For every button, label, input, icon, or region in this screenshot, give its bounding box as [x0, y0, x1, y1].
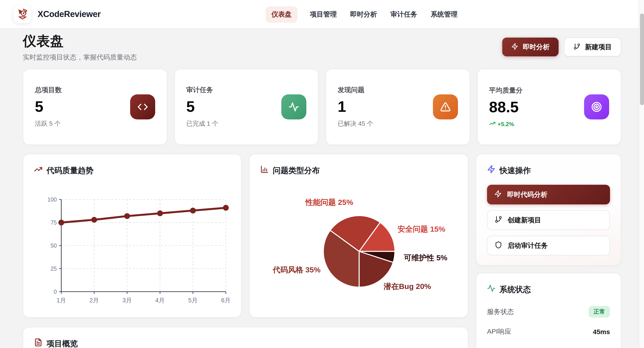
charts-row: 代码质量趋势 02550751001月2月3月4月5月6月 问题类型分布 性能问…: [23, 154, 621, 318]
svg-text:4月: 4月: [156, 297, 165, 304]
main-nav: 仪表盘 项目管理 即时分析 审计任务 系统管理: [266, 0, 458, 29]
activity-icon: [281, 94, 306, 120]
top-nav-bar: XCodeReviewer 仪表盘 项目管理 即时分析 审计任务 系统管理: [0, 0, 644, 29]
stat-sub: 已解决 45 个: [338, 120, 458, 128]
code-icon: [130, 94, 155, 120]
quick-actions-card: 快速操作 即时代码分析 创建新项目: [476, 154, 621, 266]
git-branch-icon: [573, 43, 580, 51]
page-scrollbar[interactable]: [639, 0, 644, 348]
page-subtitle: 实时监控项目状态，掌握代码质量动态: [23, 53, 137, 62]
new-project-button[interactable]: 新建项目: [564, 38, 621, 56]
status-row-api: API响应 45ms: [487, 325, 610, 338]
shield-icon: [495, 241, 502, 250]
nav-item-audit-tasks[interactable]: 审计任务: [390, 8, 418, 20]
svg-text:1月: 1月: [56, 297, 66, 304]
page-title: 仪表盘: [23, 32, 137, 50]
instant-code-analysis-button[interactable]: 即时代码分析: [487, 185, 610, 204]
right-column: 快速操作 即时代码分析 创建新项目: [476, 154, 621, 348]
stat-cards-row: 总项目数 5 活跃 5 个 审计任务 5 已完成 1 个 发现问题 1 已解决 …: [23, 69, 621, 145]
card-title-text: 代码质量趋势: [46, 165, 94, 176]
bar-chart-icon: [260, 165, 269, 176]
pie-slice-label: 潜在Bug 20%: [384, 281, 431, 292]
zap-icon: [487, 165, 496, 176]
stat-card-issues-found: 发现问题 1 已解决 45 个: [326, 69, 470, 145]
stat-trend: +5.2%: [489, 120, 609, 128]
quality-trend-plot: 02550751001月2月3月4月5月6月: [36, 196, 232, 314]
app-window: XCodeReviewer 仪表盘 项目管理 即时分析 审计任务 系统管理 仪表…: [0, 0, 644, 348]
issue-distribution-plot: 性能问题 25%安全问题 15%可维护性 5%潜在Bug 20%代码风格 35%: [250, 154, 468, 317]
alert-triangle-icon: [433, 94, 458, 120]
start-audit-task-button[interactable]: 启动审计任务: [487, 236, 610, 256]
nav-item-projects[interactable]: 项目管理: [309, 8, 338, 20]
nav-item-dashboard[interactable]: 仪表盘: [266, 6, 298, 22]
git-branch-icon: [495, 216, 502, 224]
quality-trend-card: 代码质量趋势 02550751001月2月3月4月5月6月: [23, 154, 242, 318]
pie-slice-label: 代码风格 35%: [273, 265, 321, 275]
svg-text:50: 50: [50, 242, 57, 249]
instant-analysis-button[interactable]: 即时分析: [502, 38, 558, 56]
system-status-card: 系统状态 服务状态 正常 API响应 45ms: [476, 273, 621, 348]
stat-label: 审计任务: [186, 86, 306, 94]
svg-text:0: 0: [54, 288, 57, 295]
svg-text:5月: 5月: [188, 297, 198, 304]
svg-text:25: 25: [50, 266, 57, 272]
create-new-project-button[interactable]: 创建新项目: [487, 210, 610, 230]
card-title-text: 项目概览: [46, 338, 78, 348]
svg-text:6月: 6月: [221, 297, 230, 304]
main-content: 仪表盘 实时监控项目状态，掌握代码质量动态 即时分析 新建项目: [0, 29, 644, 348]
svg-text:2月: 2月: [90, 297, 99, 304]
svg-text:75: 75: [50, 220, 57, 226]
activity-icon: [487, 284, 496, 295]
trending-up-icon: [34, 165, 42, 176]
file-text-icon: [34, 338, 42, 348]
stat-label: 总项目数: [35, 86, 155, 94]
brand: XCodeReviewer: [14, 5, 100, 23]
issue-distribution-card: 问题类型分布 性能问题 25%安全问题 15%可维护性 5%潜在Bug 20%代…: [249, 154, 468, 318]
status-row-service: 服务状态 正常: [487, 306, 610, 318]
stat-card-avg-quality: 平均质量分 88.5 +5.2%: [477, 69, 621, 145]
nav-item-instant-analysis[interactable]: 即时分析: [349, 8, 378, 20]
stat-sub: 活跃 5 个: [35, 120, 155, 128]
pie-slice-label: 安全问题 15%: [398, 224, 446, 234]
svg-text:100: 100: [48, 196, 57, 203]
card-title-text: 问题类型分布: [273, 165, 320, 176]
page-header: 仪表盘 实时监控项目状态，掌握代码质量动态 即时分析 新建项目: [23, 32, 621, 62]
stat-label: 平均质量分: [489, 86, 609, 94]
stat-card-audit-tasks: 审计任务 5 已完成 1 个: [174, 69, 318, 145]
project-overview-card: 项目概览: [23, 327, 468, 348]
nav-item-system-admin[interactable]: 系统管理: [430, 8, 458, 20]
target-icon: [584, 94, 609, 120]
scrollbar-thumb[interactable]: [640, 14, 644, 105]
zap-icon: [511, 43, 518, 51]
svg-text:3月: 3月: [122, 297, 132, 304]
stat-sub: 已完成 1 个: [186, 120, 306, 128]
pie-slice-label: 可维护性 5%: [404, 253, 448, 263]
pie-slice-label: 性能问题 25%: [306, 197, 353, 208]
card-title-text: 快速操作: [500, 165, 531, 176]
xcodereviewer-logo-icon: [14, 5, 31, 23]
trending-up-icon: [489, 120, 495, 128]
brand-name: XCodeReviewer: [38, 9, 100, 19]
zap-icon: [494, 190, 502, 199]
status-badge: 正常: [588, 306, 610, 318]
stat-label: 发现问题: [338, 86, 458, 94]
card-title-text: 系统状态: [500, 284, 531, 295]
stat-card-total-projects: 总项目数 5 活跃 5 个: [23, 69, 167, 145]
